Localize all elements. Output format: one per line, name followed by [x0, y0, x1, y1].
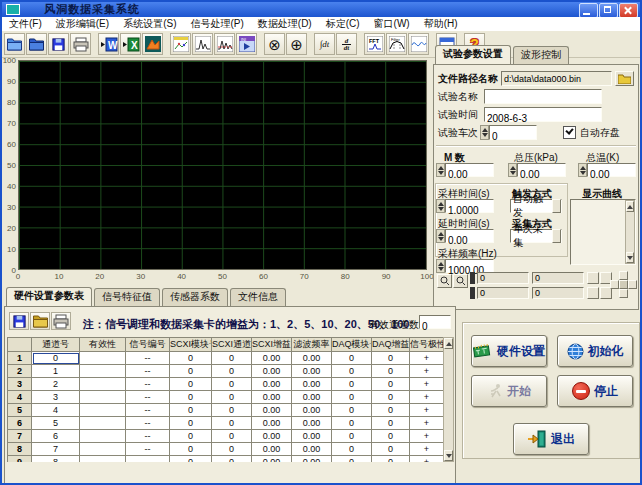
table-cell[interactable]: 0 — [170, 417, 212, 430]
arrow-right-button[interactable] — [628, 280, 637, 289]
table-cell[interactable]: 0.00 — [252, 417, 292, 430]
total-temp-input[interactable] — [588, 169, 639, 181]
mach-stepper[interactable] — [436, 163, 445, 177]
table-cell[interactable] — [80, 391, 126, 404]
table-cell[interactable]: 3 — [32, 391, 80, 404]
table-cell[interactable]: 0 — [212, 391, 252, 404]
app-icon[interactable] — [6, 4, 20, 15]
table-cell[interactable]: -- — [126, 365, 170, 378]
menu-item-6[interactable]: 窗口(W) — [367, 17, 417, 31]
table-cell[interactable] — [80, 430, 126, 443]
table-cell[interactable]: + — [410, 352, 444, 365]
menu-item-1[interactable]: 波形编辑(E) — [49, 17, 116, 31]
table-cell[interactable]: 0 — [332, 417, 372, 430]
arrow-down-button[interactable] — [619, 289, 628, 298]
table-cell[interactable] — [80, 365, 126, 378]
table-cell[interactable]: 0.00 — [292, 404, 332, 417]
test-name-input[interactable] — [485, 94, 605, 107]
table-cell[interactable]: 0 — [212, 378, 252, 391]
arrow-up-button[interactable] — [619, 271, 628, 280]
filter-icon[interactable]: Filter — [386, 33, 407, 55]
table-cell[interactable]: 0 — [332, 365, 372, 378]
zoom-in-button[interactable] — [453, 274, 468, 288]
table-cell[interactable]: 0.00 — [252, 352, 292, 365]
table-cell[interactable]: + — [410, 378, 444, 391]
total-temp-stepper[interactable] — [578, 163, 587, 177]
start-button[interactable]: 开始 — [471, 375, 547, 407]
table-cell[interactable]: 0.00 — [292, 365, 332, 378]
export-word-icon[interactable]: W — [98, 33, 119, 55]
sample-time-input[interactable] — [446, 205, 497, 217]
fft-icon[interactable]: FFT — [364, 33, 385, 55]
table-cell[interactable]: 7 — [32, 443, 80, 456]
save-table-icon[interactable] — [9, 312, 29, 330]
table-cell[interactable]: -- — [126, 456, 170, 463]
table-cell[interactable]: 0.00 — [252, 456, 292, 463]
table-cell[interactable]: 0 — [372, 391, 410, 404]
tab-sensor-coefficients[interactable]: 传感器系数 — [162, 288, 228, 306]
open-folder-icon[interactable] — [4, 33, 25, 55]
table-cell[interactable]: 0.00 — [292, 378, 332, 391]
minimize-button[interactable] — [579, 3, 598, 18]
table-cell[interactable]: 0.00 — [252, 391, 292, 404]
arrow-left-button[interactable] — [610, 280, 619, 289]
cursor-lock-button[interactable] — [587, 272, 599, 284]
tab-file-info[interactable]: 文件信息 — [230, 288, 286, 306]
table-cell[interactable]: -- — [126, 417, 170, 430]
cursor-lock-button[interactable] — [587, 287, 599, 299]
total-pressure-input[interactable] — [518, 169, 569, 181]
table-cell[interactable]: + — [410, 456, 444, 463]
table-cell[interactable]: + — [410, 365, 444, 378]
table-cell[interactable]: -- — [126, 443, 170, 456]
spectrum-icon[interactable] — [192, 33, 213, 55]
table-cell[interactable]: 0 — [212, 365, 252, 378]
cursor-color-swatch[interactable] — [470, 272, 475, 284]
close-button[interactable] — [619, 3, 638, 18]
sample-time-stepper[interactable] — [436, 199, 445, 213]
table-cell[interactable]: + — [410, 443, 444, 456]
table-cell[interactable]: 0 — [372, 378, 410, 391]
delay-time-stepper[interactable] — [436, 229, 445, 243]
test-run-input[interactable] — [490, 130, 540, 143]
print-table-icon[interactable] — [51, 312, 71, 330]
table-cell[interactable]: 0.00 — [292, 352, 332, 365]
cursor-x-value[interactable]: 0 — [477, 287, 529, 299]
table-cell[interactable]: 0.00 — [292, 443, 332, 456]
table-cell[interactable]: 0 — [170, 404, 212, 417]
table-cell[interactable]: 0 — [170, 378, 212, 391]
hardware-setup-button[interactable]: 硬件设置 — [471, 335, 547, 367]
table-cell[interactable]: + — [410, 404, 444, 417]
autosave-checkbox[interactable]: 自动存盘 — [563, 126, 620, 140]
menu-item-5[interactable]: 标定(C) — [319, 17, 367, 31]
derivative-icon[interactable]: ddt — [336, 33, 357, 55]
maximize-button[interactable] — [599, 3, 618, 18]
listbox-scrollbar[interactable] — [625, 200, 635, 264]
cursor-y-value[interactable]: 0 — [532, 287, 584, 299]
envelope-icon[interactable] — [408, 33, 429, 55]
menu-item-0[interactable]: 文件(F) — [2, 17, 49, 31]
table-cell[interactable]: 0 — [32, 352, 80, 365]
stop-button[interactable]: 停止 — [557, 375, 633, 407]
table-cell[interactable]: 1 — [32, 365, 80, 378]
table-cell[interactable]: 2 — [32, 378, 80, 391]
table-cell[interactable]: 0 — [372, 365, 410, 378]
load-table-icon[interactable] — [30, 312, 50, 330]
sample-freq-stepper[interactable] — [436, 259, 445, 273]
scroll-up-icon[interactable] — [626, 201, 634, 212]
table-cell[interactable]: 0 — [372, 352, 410, 365]
table-cell[interactable]: -- — [126, 404, 170, 417]
table-cell[interactable]: 0 — [170, 443, 212, 456]
open-file-icon[interactable] — [26, 33, 47, 55]
table-cell[interactable]: 0 — [372, 443, 410, 456]
table-cell[interactable]: 4 — [32, 404, 80, 417]
cursor-y-value[interactable]: 0 — [532, 272, 584, 284]
tab-hardware-params[interactable]: 硬件设置参数表 — [6, 287, 92, 306]
scroll-down-icon[interactable] — [444, 450, 453, 461]
exit-button[interactable]: 退出 — [513, 423, 589, 455]
table-cell[interactable]: -- — [126, 378, 170, 391]
table-cell[interactable]: 0 — [332, 391, 372, 404]
scroll-down-icon[interactable] — [626, 252, 634, 263]
table-cell[interactable]: 0.00 — [292, 417, 332, 430]
table-cell[interactable]: 5 — [32, 417, 80, 430]
table-cell[interactable]: 0.00 — [292, 430, 332, 443]
